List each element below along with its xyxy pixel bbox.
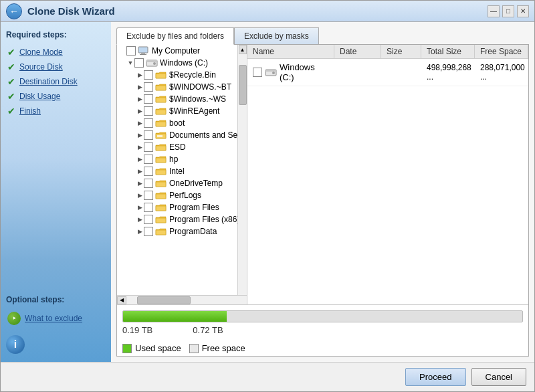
folder-icon [155,191,167,200]
sidebar-item-disk-usage[interactable]: ✔ Disk Usage [6,89,106,104]
tree-checkbox[interactable] [144,191,153,200]
cancel-button[interactable]: Cancel [471,368,526,386]
tree-item-documents[interactable]: ▶ Documents and Sett... [117,129,237,141]
expand-icon[interactable]: ▼ [126,59,134,67]
scrollbar-thumb[interactable] [239,65,247,105]
sidebar-item-destination-disk[interactable]: ✔ Destination Disk [6,74,106,89]
col-header-date: Date [334,45,381,58]
tree-item-program-files-x86[interactable]: ▶ Program Files (x86) [117,213,237,225]
table-panel: Name Date Size Total Size Free Space [247,45,528,304]
progress-section: 0.19 TB 0.72 TB [117,304,528,340]
tree-item-esd[interactable]: ▶ ESD [117,141,237,153]
expand-icon[interactable]: ▶ [136,203,144,211]
expand-icon[interactable]: ▶ [136,131,144,139]
tree-hscrollbar[interactable]: ◀ [117,295,247,304]
main-window: ← Clone Disk Wizard — □ ✕ Required steps… [0,0,535,392]
tree-checkbox[interactable] [144,106,153,116]
legend-free: Free space [189,343,245,353]
tree-checkbox[interactable] [144,118,153,128]
tree-item-program-files[interactable]: ▶ Program Files [117,201,237,213]
folder-icon [155,106,167,116]
tree-item-hp[interactable]: ▶ hp [117,153,237,165]
expand-icon[interactable]: ▶ [136,71,144,79]
optional-arrow-icon: ‣ [7,312,21,325]
tree-item-onedrivetemp[interactable]: ▶ OneDriveTemp [117,177,237,189]
tree-item-label: $Recycle.Bin [169,70,216,80]
expand-icon[interactable]: ▶ [136,95,144,103]
table-row[interactable]: Windows (C:) 498,998,268 ... 288,071,000… [247,59,528,86]
expand-icon[interactable]: ▶ [136,83,144,91]
tree-checkbox[interactable] [144,167,153,176]
tree-checkbox[interactable] [144,203,153,212]
close-button[interactable]: ✕ [517,5,529,17]
sidebar-item-source-disk[interactable]: ✔ Source Disk [6,60,106,74]
folder-icon [155,142,167,152]
window-title: Clone Disk Wizard [27,5,115,17]
tree-checkbox[interactable] [144,227,153,236]
restore-button[interactable]: □ [502,5,514,17]
expand-icon[interactable]: ▶ [136,179,144,187]
tree-item-label: $Windows.~WS [169,94,226,104]
folder-icon [155,82,167,92]
expand-icon[interactable]: ▶ [136,155,144,163]
expand-icon[interactable]: ▶ [136,143,144,151]
tree-checkbox[interactable] [144,70,153,80]
proceed-button[interactable]: Proceed [405,368,465,386]
tree-item-perflogs[interactable]: ▶ PerfLogs [117,189,237,201]
tree-item-label: $WINDOWS.~BT [169,82,231,92]
tab-masks[interactable]: Exclude by masks [234,27,319,45]
tree-item-my-computer[interactable]: My Computer [117,45,237,57]
legend-section: Used space Free space [117,340,528,356]
tree-checkbox[interactable] [144,142,153,152]
sidebar-item-clone-mode[interactable]: ✔ Clone Mode [6,45,106,60]
tree-item-intel[interactable]: ▶ Intel [117,165,237,177]
tree-item-windows-c[interactable]: ▼ Windows (C:) [117,57,237,69]
scroll-up-button[interactable]: ▲ [239,45,247,54]
tree-checkbox[interactable] [144,94,153,104]
svg-rect-15 [156,170,166,175]
folder-icon [155,215,167,224]
minimize-button[interactable]: — [488,5,500,17]
right-panel: Exclude by files and folders Exclude by … [111,22,534,362]
expand-icon[interactable]: ▶ [136,191,144,199]
tree-checkbox[interactable] [134,58,144,68]
tree-item-boot[interactable]: ▶ boot [117,117,237,129]
sidebar-item-what-to-exclude[interactable]: ‣ What to exclude [6,310,106,327]
tree-checkbox[interactable] [144,215,153,224]
tree-item-programdata[interactable]: ▶ ProgramData [117,225,237,237]
tree-scrollbar[interactable]: ▲ [237,45,247,295]
expand-icon[interactable]: ▶ [136,107,144,115]
hscrollbar-thumb[interactable] [137,296,191,304]
drive-icon [146,58,158,68]
tree-checkbox[interactable] [144,82,153,92]
hscroll-left-button[interactable]: ◀ [117,296,126,304]
tree-item-label: My Computer [152,46,200,56]
tree-item-winreagent[interactable]: ▶ $WinREAgent [117,105,237,117]
sidebar-item-label: Clone Mode [19,47,63,57]
svg-rect-6 [156,74,166,78]
legend-used-box [122,344,132,353]
tree-item-recycle[interactable]: ▶ $Recycle.Bin [117,69,237,81]
sidebar-item-finish[interactable]: ✔ Finish [6,104,106,118]
sidebar: Required steps: ✔ Clone Mode ✔ Source Di… [1,22,111,362]
tab-files-folders[interactable]: Exclude by files and folders [116,27,234,45]
expand-icon[interactable]: ▶ [136,227,144,235]
expand-icon[interactable]: ▶ [136,167,144,175]
tree-item-label: Program Files [169,203,219,212]
expand-icon[interactable]: ▶ [136,215,144,223]
expand-icon[interactable]: ▶ [136,119,144,127]
tree-checkbox[interactable] [126,46,136,56]
table-cell-date [334,71,381,74]
info-button[interactable]: i [6,335,25,354]
back-button[interactable]: ← [6,3,22,19]
tree-checkbox[interactable] [144,130,153,140]
tree-item-label: boot [169,118,185,128]
row-checkbox[interactable] [253,68,262,77]
tree-checkbox[interactable] [144,155,153,164]
tree-item-windows-bt[interactable]: ▶ $WINDOWS.~BT [117,81,237,93]
tree-item-windows-ws[interactable]: ▶ $Windows.~WS [117,93,237,105]
tree-item-label: PerfLogs [169,191,201,200]
tree-checkbox[interactable] [144,179,153,188]
svg-rect-1 [141,53,145,54]
optional-item-label: What to exclude [25,314,82,323]
